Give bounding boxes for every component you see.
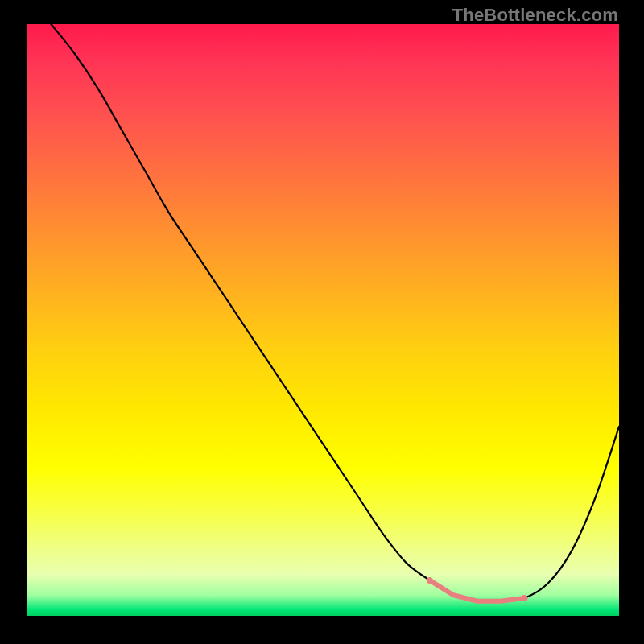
watermark-text: TheBottleneck.com (452, 5, 618, 26)
optimal-endpoint-dot (521, 595, 527, 601)
chart-container: TheBottleneck.com (0, 0, 644, 644)
curve-svg (27, 24, 619, 616)
optimal-endpoint-dot (427, 577, 433, 584)
optimal-segment (430, 580, 525, 601)
plot-area (27, 24, 619, 616)
bottleneck-curve (51, 24, 619, 601)
